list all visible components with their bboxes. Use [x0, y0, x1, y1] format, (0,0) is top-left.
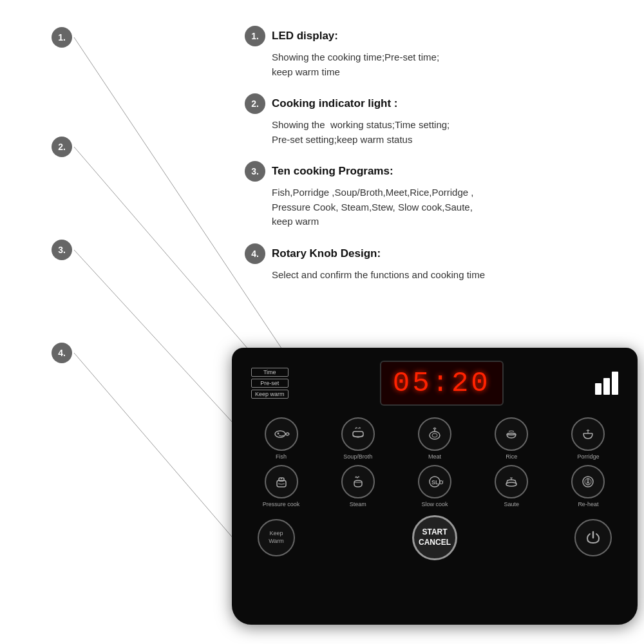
- number-circle-3: 3.: [52, 240, 72, 260]
- svg-point-5: [277, 433, 279, 435]
- signal-bar-2: [603, 378, 610, 395]
- start-cancel-label: STARTCANCEL: [419, 527, 451, 547]
- btn-slowcook-icon: SLOW: [418, 465, 451, 498]
- signal-bar-3: [612, 372, 618, 395]
- cooker-panel: Time Pre-set Keep warm 05:20 Fish: [232, 348, 638, 625]
- keep-warm-label: KeepWarm: [269, 530, 284, 545]
- ann-body-3: Fish,Porridge ,Soup/Broth,Meet,Rice,Porr…: [245, 185, 631, 229]
- btn-slowcook-label: Slow cook: [421, 501, 448, 507]
- svg-line-3: [74, 353, 258, 567]
- left-label-1: 1.: [52, 27, 72, 48]
- btn-porridge-label: Porridge: [577, 453, 599, 460]
- ann-title-3: Ten cooking Programs:: [272, 165, 393, 178]
- ann-title-2: Cooking indicator light :: [272, 97, 397, 110]
- left-label-2: 2.: [52, 137, 72, 157]
- ann-title-4: Rotary Knob Design:: [272, 247, 381, 260]
- signal-bar-1: [595, 383, 601, 395]
- svg-point-18: [583, 477, 593, 487]
- btn-reheat-label: Re-heat: [578, 501, 598, 507]
- btn-pressure-icon: [265, 465, 298, 498]
- ann-circle-2: 2.: [245, 93, 265, 114]
- start-cancel-circle: STARTCANCEL: [412, 515, 457, 560]
- svg-point-19: [585, 478, 591, 485]
- ann-body-1: Showing the cooking time;Pre-set time;ke…: [245, 50, 631, 79]
- btn-steam-icon: [341, 465, 375, 498]
- btn-rice-icon: [495, 417, 528, 451]
- btn-saute[interactable]: Saute: [475, 465, 548, 507]
- btn-rice-label: Rice: [506, 453, 517, 460]
- btn-meat-icon: [418, 417, 451, 451]
- btn-soup-label: Soup/Broth: [343, 453, 372, 460]
- left-label-3: 3.: [52, 240, 72, 260]
- btn-steam-label: Steam: [350, 501, 366, 507]
- bottom-row: KeepWarm STARTCANCEL: [245, 515, 625, 560]
- ann-circle-4: 4.: [245, 243, 265, 264]
- svg-point-13: [281, 478, 282, 479]
- power-button[interactable]: [574, 519, 612, 556]
- label-time: Time: [251, 368, 289, 377]
- btn-rice[interactable]: Rice: [475, 417, 548, 460]
- btn-pressure[interactable]: Pressure cook: [245, 465, 317, 507]
- led-labels: Time Pre-set Keep warm: [251, 368, 289, 399]
- ann-circle-1: 1.: [245, 26, 265, 46]
- number-circle-4: 4.: [52, 343, 72, 363]
- number-circle-1: 1.: [52, 27, 72, 48]
- annotation-4: 4. Rotary Knob Design: Select and confir…: [245, 243, 631, 283]
- start-cancel-button[interactable]: STARTCANCEL: [412, 515, 457, 560]
- keep-warm-button[interactable]: KeepWarm: [258, 519, 295, 556]
- svg-point-17: [506, 482, 516, 486]
- btn-fish-label: Fish: [276, 453, 287, 460]
- label-keepwarm: Keep warm: [251, 390, 289, 399]
- btn-reheat[interactable]: Re-heat: [552, 465, 625, 507]
- left-label-4: 4.: [52, 343, 72, 363]
- ann-title-1: LED display:: [272, 30, 338, 43]
- annotations-panel: 1. LED display: Showing the cooking time…: [245, 26, 631, 296]
- btn-soup-icon: [341, 417, 375, 451]
- btn-meat-label: Meat: [428, 453, 441, 460]
- led-display: 05:20: [380, 361, 504, 406]
- btn-soup[interactable]: Soup/Broth: [321, 417, 394, 460]
- svg-text:SLOW: SLOW: [431, 479, 444, 486]
- btn-saute-label: Saute: [504, 501, 519, 507]
- annotation-1: 1. LED display: Showing the cooking time…: [245, 26, 631, 79]
- display-row: Time Pre-set Keep warm 05:20: [245, 361, 625, 406]
- svg-point-8: [432, 433, 437, 437]
- btn-fish-icon: [265, 417, 298, 451]
- btn-meat[interactable]: Meat: [398, 417, 471, 460]
- btn-fish[interactable]: Fish: [245, 417, 317, 460]
- ann-circle-3: 3.: [245, 161, 265, 182]
- btn-reheat-icon: [571, 465, 605, 498]
- btn-steam[interactable]: Steam: [321, 465, 394, 507]
- signal-bars: [595, 372, 618, 395]
- btn-saute-icon: [495, 465, 528, 498]
- btn-porridge[interactable]: Porridge: [552, 417, 625, 460]
- svg-point-7: [430, 431, 440, 439]
- annotation-2: 2. Cooking indicator light : Showing the…: [245, 93, 631, 147]
- annotation-3: 3. Ten cooking Programs: Fish,Porridge ,…: [245, 161, 631, 229]
- power-circle: [574, 519, 612, 556]
- ann-body-4: Select and confirm the functions and coo…: [245, 268, 631, 283]
- btn-porridge-icon: [571, 417, 605, 451]
- keep-warm-circle: KeepWarm: [258, 519, 295, 556]
- label-preset: Pre-set: [251, 379, 289, 388]
- btn-slowcook[interactable]: SLOW Slow cook: [398, 465, 471, 507]
- svg-point-4: [275, 431, 285, 437]
- btn-pressure-label: Pressure cook: [263, 501, 300, 507]
- cooking-buttons-grid: Fish Soup/Broth Meat: [245, 417, 625, 507]
- number-circle-2: 2.: [52, 137, 72, 157]
- ann-body-2: Showing the working status;Time setting;…: [245, 118, 631, 147]
